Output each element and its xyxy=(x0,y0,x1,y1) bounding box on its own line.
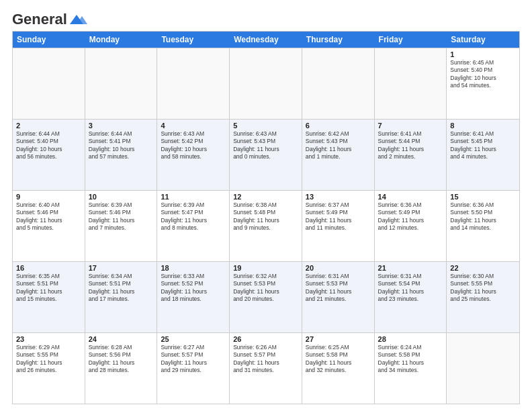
day-info: Sunrise: 6:44 AM Sunset: 5:40 PM Dayligh… xyxy=(16,130,81,161)
header-day-monday: Monday xyxy=(85,32,158,48)
calendar-header: SundayMondayTuesdayWednesdayThursdayFrid… xyxy=(13,32,519,48)
day-number: 4 xyxy=(161,122,226,130)
calendar-cell: 9Sunrise: 6:40 AM Sunset: 5:46 PM Daylig… xyxy=(13,191,85,261)
day-info: Sunrise: 6:39 AM Sunset: 5:47 PM Dayligh… xyxy=(161,201,226,232)
day-info: Sunrise: 6:30 AM Sunset: 5:55 PM Dayligh… xyxy=(450,273,516,304)
day-info: Sunrise: 6:44 AM Sunset: 5:41 PM Dayligh… xyxy=(89,130,154,161)
day-info: Sunrise: 6:31 AM Sunset: 5:53 PM Dayligh… xyxy=(306,273,371,304)
calendar-row: 16Sunrise: 6:35 AM Sunset: 5:51 PM Dayli… xyxy=(13,261,519,332)
day-info: Sunrise: 6:33 AM Sunset: 5:52 PM Dayligh… xyxy=(161,273,226,304)
day-info: Sunrise: 6:31 AM Sunset: 5:54 PM Dayligh… xyxy=(378,273,443,304)
calendar-cell: 19Sunrise: 6:32 AM Sunset: 5:53 PM Dayli… xyxy=(230,262,302,332)
calendar-cell: 5Sunrise: 6:43 AM Sunset: 5:43 PM Daylig… xyxy=(230,120,302,190)
day-number: 21 xyxy=(378,264,443,272)
calendar-cell: 4Sunrise: 6:43 AM Sunset: 5:42 PM Daylig… xyxy=(157,120,230,190)
calendar-cell: 28Sunrise: 6:24 AM Sunset: 5:58 PM Dayli… xyxy=(375,333,447,404)
day-number: 7 xyxy=(378,122,443,130)
day-info: Sunrise: 6:42 AM Sunset: 5:43 PM Dayligh… xyxy=(306,130,371,161)
day-number: 17 xyxy=(89,264,154,272)
day-number: 10 xyxy=(89,193,154,201)
calendar-cell: 18Sunrise: 6:33 AM Sunset: 5:52 PM Dayli… xyxy=(157,262,230,332)
day-number: 19 xyxy=(233,264,298,272)
day-info: Sunrise: 6:25 AM Sunset: 5:58 PM Dayligh… xyxy=(306,344,371,375)
day-number: 28 xyxy=(378,335,443,343)
day-info: Sunrise: 6:35 AM Sunset: 5:51 PM Dayligh… xyxy=(16,273,81,304)
calendar-cell: 17Sunrise: 6:34 AM Sunset: 5:51 PM Dayli… xyxy=(85,262,158,332)
calendar-cell: 22Sunrise: 6:30 AM Sunset: 5:55 PM Dayli… xyxy=(447,262,519,332)
calendar-row: 2Sunrise: 6:44 AM Sunset: 5:40 PM Daylig… xyxy=(13,119,519,190)
calendar-cell: 7Sunrise: 6:41 AM Sunset: 5:44 PM Daylig… xyxy=(375,120,447,190)
calendar-cell: 16Sunrise: 6:35 AM Sunset: 5:51 PM Dayli… xyxy=(13,262,85,332)
day-info: Sunrise: 6:24 AM Sunset: 5:58 PM Dayligh… xyxy=(378,344,443,375)
day-info: Sunrise: 6:36 AM Sunset: 5:50 PM Dayligh… xyxy=(450,201,516,232)
day-number: 3 xyxy=(89,122,154,130)
day-number: 25 xyxy=(161,335,226,343)
calendar-cell: 15Sunrise: 6:36 AM Sunset: 5:50 PM Dayli… xyxy=(447,191,519,261)
calendar-cell: 2Sunrise: 6:44 AM Sunset: 5:40 PM Daylig… xyxy=(13,120,85,190)
calendar-cell: 25Sunrise: 6:27 AM Sunset: 5:57 PM Dayli… xyxy=(157,333,230,404)
day-number: 9 xyxy=(16,193,81,201)
calendar-cell: 23Sunrise: 6:29 AM Sunset: 5:55 PM Dayli… xyxy=(13,333,85,404)
calendar-cell: 12Sunrise: 6:38 AM Sunset: 5:48 PM Dayli… xyxy=(230,191,302,261)
day-number: 23 xyxy=(16,335,81,343)
day-info: Sunrise: 6:41 AM Sunset: 5:45 PM Dayligh… xyxy=(450,130,516,161)
calendar-cell xyxy=(302,48,375,119)
calendar-row: 9Sunrise: 6:40 AM Sunset: 5:46 PM Daylig… xyxy=(13,190,519,261)
header-day-friday: Friday xyxy=(375,32,447,48)
day-info: Sunrise: 6:36 AM Sunset: 5:49 PM Dayligh… xyxy=(378,201,443,232)
day-number: 15 xyxy=(450,193,516,201)
logo-icon xyxy=(67,12,87,27)
day-info: Sunrise: 6:34 AM Sunset: 5:51 PM Dayligh… xyxy=(89,273,154,304)
day-number: 12 xyxy=(233,193,298,201)
day-number: 1 xyxy=(450,50,516,58)
calendar-cell xyxy=(375,48,447,119)
day-info: Sunrise: 6:27 AM Sunset: 5:57 PM Dayligh… xyxy=(161,344,226,375)
header-day-saturday: Saturday xyxy=(447,32,519,48)
day-number: 2 xyxy=(16,122,81,130)
calendar-cell: 27Sunrise: 6:25 AM Sunset: 5:58 PM Dayli… xyxy=(302,333,375,404)
day-info: Sunrise: 6:28 AM Sunset: 5:56 PM Dayligh… xyxy=(89,344,154,375)
day-info: Sunrise: 6:43 AM Sunset: 5:42 PM Dayligh… xyxy=(161,130,226,161)
day-number: 11 xyxy=(161,193,226,201)
day-number: 24 xyxy=(89,335,154,343)
day-number: 8 xyxy=(450,122,516,130)
day-number: 14 xyxy=(378,193,443,201)
header: General xyxy=(12,11,520,26)
day-info: Sunrise: 6:41 AM Sunset: 5:44 PM Dayligh… xyxy=(378,130,443,161)
calendar-cell xyxy=(230,48,302,119)
calendar-cell: 20Sunrise: 6:31 AM Sunset: 5:53 PM Dayli… xyxy=(302,262,375,332)
day-number: 26 xyxy=(233,335,298,343)
day-number: 22 xyxy=(450,264,516,272)
calendar-row: 1Sunrise: 6:45 AM Sunset: 5:40 PM Daylig… xyxy=(13,48,519,119)
calendar-cell: 24Sunrise: 6:28 AM Sunset: 5:56 PM Dayli… xyxy=(85,333,158,404)
day-number: 5 xyxy=(233,122,298,130)
calendar-cell xyxy=(157,48,230,119)
calendar-cell: 14Sunrise: 6:36 AM Sunset: 5:49 PM Dayli… xyxy=(375,191,447,261)
day-info: Sunrise: 6:38 AM Sunset: 5:48 PM Dayligh… xyxy=(233,201,298,232)
day-number: 16 xyxy=(16,264,81,272)
calendar-cell: 1Sunrise: 6:45 AM Sunset: 5:40 PM Daylig… xyxy=(447,48,519,119)
calendar: SundayMondayTuesdayWednesdayThursdayFrid… xyxy=(12,31,520,404)
day-number: 6 xyxy=(306,122,371,130)
day-info: Sunrise: 6:37 AM Sunset: 5:49 PM Dayligh… xyxy=(306,201,371,232)
day-info: Sunrise: 6:45 AM Sunset: 5:40 PM Dayligh… xyxy=(450,59,516,90)
calendar-body: 1Sunrise: 6:45 AM Sunset: 5:40 PM Daylig… xyxy=(13,48,519,404)
calendar-cell: 13Sunrise: 6:37 AM Sunset: 5:49 PM Dayli… xyxy=(302,191,375,261)
header-day-sunday: Sunday xyxy=(13,32,85,48)
day-info: Sunrise: 6:43 AM Sunset: 5:43 PM Dayligh… xyxy=(233,130,298,161)
logo-general: General xyxy=(12,11,67,28)
calendar-cell xyxy=(447,333,519,404)
day-info: Sunrise: 6:39 AM Sunset: 5:46 PM Dayligh… xyxy=(89,201,154,232)
calendar-row: 23Sunrise: 6:29 AM Sunset: 5:55 PM Dayli… xyxy=(13,332,519,404)
calendar-cell: 10Sunrise: 6:39 AM Sunset: 5:46 PM Dayli… xyxy=(85,191,158,261)
day-number: 18 xyxy=(161,264,226,272)
calendar-cell: 11Sunrise: 6:39 AM Sunset: 5:47 PM Dayli… xyxy=(157,191,230,261)
calendar-cell: 26Sunrise: 6:26 AM Sunset: 5:57 PM Dayli… xyxy=(230,333,302,404)
day-info: Sunrise: 6:32 AM Sunset: 5:53 PM Dayligh… xyxy=(233,273,298,304)
day-number: 27 xyxy=(306,335,371,343)
calendar-cell: 8Sunrise: 6:41 AM Sunset: 5:45 PM Daylig… xyxy=(447,120,519,190)
header-day-thursday: Thursday xyxy=(302,32,375,48)
day-info: Sunrise: 6:40 AM Sunset: 5:46 PM Dayligh… xyxy=(16,201,81,232)
calendar-cell: 3Sunrise: 6:44 AM Sunset: 5:41 PM Daylig… xyxy=(85,120,158,190)
calendar-cell: 21Sunrise: 6:31 AM Sunset: 5:54 PM Dayli… xyxy=(375,262,447,332)
